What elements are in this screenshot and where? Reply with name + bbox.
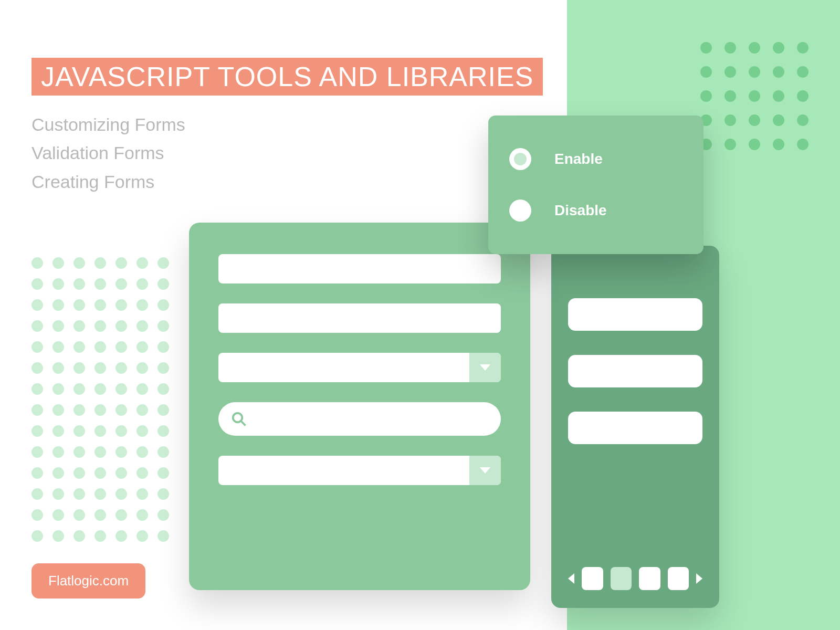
- dropdown-toggle[interactable]: [469, 456, 501, 485]
- brand-badge[interactable]: Flatlogic.com: [32, 563, 145, 598]
- side-input-2[interactable]: [568, 355, 702, 387]
- radio-label: Disable: [554, 202, 607, 219]
- chevron-down-icon: [480, 364, 490, 371]
- radio-icon: [509, 200, 531, 222]
- dropdown-1[interactable]: [218, 353, 501, 382]
- radio-option-disable[interactable]: Disable: [509, 200, 682, 222]
- side-panel: [551, 246, 719, 608]
- pager-page-1[interactable]: [582, 567, 603, 590]
- radio-icon: [509, 148, 531, 170]
- pager-page-3[interactable]: [639, 567, 660, 590]
- pager: [568, 567, 702, 590]
- svg-line-1: [241, 421, 246, 426]
- text-input-2[interactable]: [218, 303, 501, 333]
- dot-grid-top-right: [700, 42, 808, 150]
- pager-page-4[interactable]: [668, 567, 689, 590]
- subtitle-list: Customizing Forms Validation Forms Creat…: [32, 110, 185, 196]
- subtitle-item: Creating Forms: [32, 167, 185, 196]
- dot-grid-left: [32, 257, 169, 542]
- pager-prev-icon[interactable]: [568, 573, 574, 584]
- radio-label: Enable: [554, 151, 603, 167]
- pager-page-2[interactable]: [611, 567, 632, 590]
- svg-point-0: [233, 413, 243, 423]
- dropdown-2[interactable]: [218, 456, 501, 485]
- side-input-1[interactable]: [568, 298, 702, 331]
- search-icon: [231, 411, 247, 427]
- pager-next-icon[interactable]: [696, 573, 702, 584]
- radio-option-enable[interactable]: Enable: [509, 148, 682, 170]
- text-input-1[interactable]: [218, 254, 501, 284]
- page-title: JAVASCRIPT TOOLS AND LIBRARIES: [32, 58, 543, 96]
- subtitle-item: Validation Forms: [32, 139, 185, 167]
- side-input-3[interactable]: [568, 412, 702, 444]
- dropdown-toggle[interactable]: [469, 353, 501, 382]
- subtitle-item: Customizing Forms: [32, 110, 185, 139]
- main-form-panel: [189, 223, 530, 590]
- radio-panel: Enable Disable: [488, 116, 704, 254]
- chevron-down-icon: [480, 467, 490, 474]
- search-input[interactable]: [218, 402, 501, 436]
